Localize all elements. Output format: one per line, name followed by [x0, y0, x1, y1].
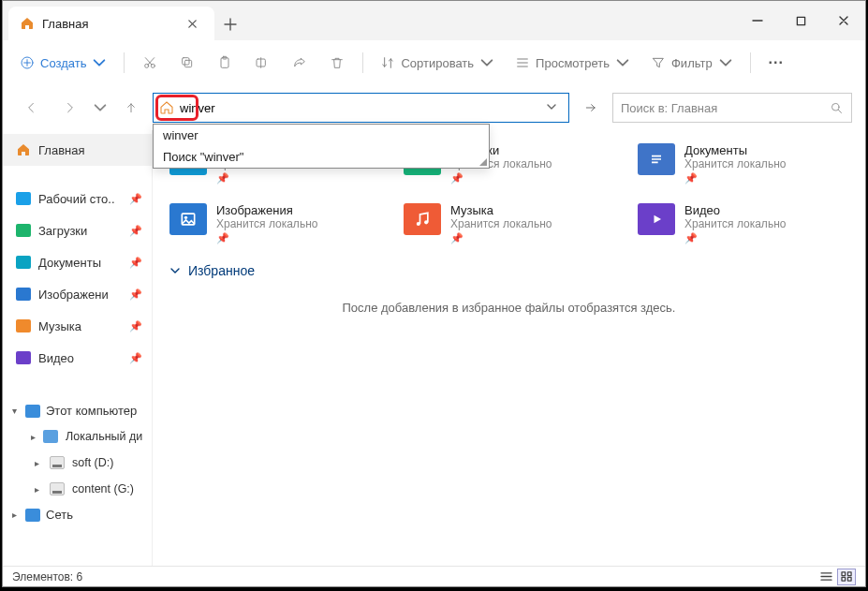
history-button[interactable] [91, 93, 110, 123]
details-view-button[interactable] [817, 569, 835, 585]
sidebar-item[interactable]: Музыка 📌 [3, 310, 152, 342]
sidebar-item-label: content (G:) [72, 482, 134, 495]
favorites-empty-text: После добавления в избранное файлы отобр… [169, 301, 848, 315]
tile-subtitle: Хранится локально [684, 217, 786, 230]
pin-icon: 📌 [129, 257, 142, 269]
divider [362, 52, 363, 73]
sort-button[interactable]: Сортировать [373, 48, 502, 78]
cut-button[interactable] [134, 48, 166, 78]
close-window-button[interactable] [822, 1, 865, 40]
pin-icon: 📌 [129, 352, 142, 364]
tiles-view-button[interactable] [837, 569, 856, 585]
sidebar-item-drive[interactable]: ▸soft (D:) [3, 450, 152, 476]
suggestion-item[interactable]: Поиск "winver" [154, 146, 489, 168]
drive-icon [50, 456, 65, 469]
sidebar-item-label: soft (D:) [72, 456, 113, 469]
filter-icon [651, 55, 666, 70]
tile-title: Видео [684, 203, 786, 217]
svg-point-14 [424, 220, 428, 224]
forward-button[interactable] [53, 93, 85, 123]
folder-icon [16, 192, 31, 205]
go-button[interactable] [575, 93, 607, 123]
suggestion-item[interactable]: winver [154, 125, 489, 146]
folder-tile[interactable]: Документы Хранится локально 📌 [638, 143, 834, 185]
chevron-down-icon [479, 55, 494, 70]
folder-tile[interactable]: Музыка Хранится локально 📌 [404, 203, 600, 244]
back-button[interactable] [16, 93, 48, 123]
status-item-count: Элементов: 6 [12, 570, 82, 584]
sidebar-item-label: Документы [38, 256, 101, 270]
view-switch [817, 569, 856, 585]
minimize-button[interactable] [736, 1, 779, 40]
address-suggestions: winver Поиск "winver" [153, 124, 490, 169]
address-dropdown-button[interactable] [540, 99, 563, 116]
address-bar[interactable] [153, 93, 569, 123]
sidebar-item[interactable]: Рабочий сто.. 📌 [3, 183, 152, 214]
arrow-right-icon [583, 100, 598, 115]
pin-icon: 📌 [684, 172, 786, 185]
tile-subtitle: Хранится локально [450, 217, 552, 230]
rename-icon [255, 55, 270, 70]
maximize-button[interactable] [779, 1, 822, 40]
filter-button[interactable]: Фильтр [643, 48, 741, 78]
tile-text: Документы Хранится локально 📌 [684, 143, 786, 185]
sidebar-item[interactable]: Изображени 📌 [3, 278, 152, 310]
sidebar-item[interactable]: Документы 📌 [3, 246, 152, 278]
favorites-section-header[interactable]: Избранное [169, 263, 848, 278]
up-button[interactable] [115, 93, 147, 123]
tile-subtitle: Хранится локально [216, 217, 317, 230]
sidebar-item-drive[interactable]: ▸content (G:) [3, 476, 152, 502]
navigation-pane[interactable]: Главная Рабочий сто.. 📌 Загрузки 📌 Докум… [3, 130, 153, 566]
tile-title: Музыка [450, 203, 552, 217]
home-icon [159, 100, 174, 115]
command-bar: Создать Сортировать Просмотреть Фильтр ·… [3, 40, 865, 85]
paste-icon [217, 55, 232, 70]
sidebar-item-this-pc[interactable]: ▾ Этот компьютер [3, 398, 152, 423]
copy-button[interactable] [171, 48, 203, 78]
folder-icon [638, 203, 675, 235]
sidebar-item-network[interactable]: ▸ Сеть [3, 502, 152, 527]
copy-icon [180, 55, 195, 70]
view-button[interactable]: Просмотреть [508, 48, 638, 78]
content-pane: Рабочий стол Хранится локально 📌 Загрузк… [153, 130, 865, 566]
sidebar-item-label: Музыка [38, 319, 81, 333]
resize-handle[interactable] [468, 156, 487, 166]
new-tab-button[interactable] [214, 8, 246, 40]
tab-close-button[interactable] [181, 12, 203, 35]
folder-tile[interactable]: Изображения Хранится локально 📌 [169, 203, 366, 244]
paste-button[interactable] [209, 48, 241, 78]
sidebar-item[interactable]: Загрузки 📌 [3, 214, 152, 246]
network-icon [25, 509, 40, 522]
tab-home[interactable]: Главная [8, 7, 214, 40]
search-box[interactable]: Поиск в: Главная [612, 93, 852, 123]
address-input[interactable] [180, 101, 535, 115]
pin-icon: 📌 [129, 320, 142, 332]
share-button[interactable] [284, 48, 316, 78]
svg-rect-17 [842, 577, 846, 581]
folder-tile[interactable]: Видео Хранится локально 📌 [638, 203, 834, 244]
chevron-right-icon: ▸ [31, 432, 36, 442]
arrow-right-icon [62, 100, 77, 115]
sidebar-item-label: Сеть [46, 508, 73, 522]
sidebar-item-home[interactable]: Главная [3, 134, 152, 166]
explorer-window: Главная Создать [2, 0, 866, 587]
sidebar-item-drive[interactable]: ▸Локальный ди [3, 423, 152, 450]
tiles-icon [841, 571, 853, 582]
svg-rect-15 [842, 572, 846, 576]
close-icon [187, 19, 198, 29]
sidebar-item[interactable]: Видео 📌 [3, 342, 152, 374]
arrow-up-icon [124, 100, 139, 115]
search-placeholder: Поиск в: Главная [621, 101, 717, 115]
pc-icon [25, 405, 40, 418]
plus-icon [224, 18, 237, 31]
rename-button[interactable] [246, 48, 278, 78]
folder-tiles-row: Изображения Хранится локально 📌 Музыка Х… [169, 203, 848, 244]
folder-icon [16, 351, 31, 364]
sidebar-item-label: Рабочий сто.. [38, 192, 115, 206]
favorites-label: Избранное [188, 263, 255, 278]
search-icon [830, 101, 844, 115]
delete-button[interactable] [321, 48, 353, 78]
more-button[interactable]: ··· [760, 48, 792, 78]
new-button[interactable]: Создать [12, 48, 114, 78]
svg-rect-18 [847, 577, 851, 581]
